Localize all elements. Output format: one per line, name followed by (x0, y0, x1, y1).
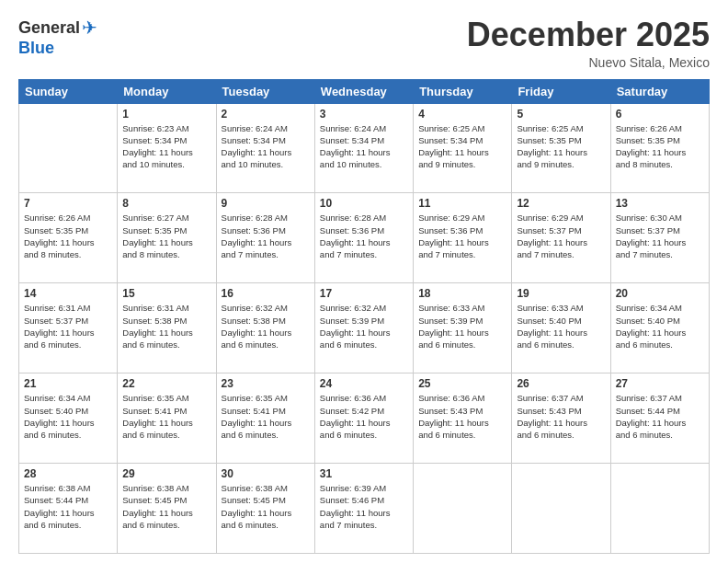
day-info: Sunrise: 6:28 AM Sunset: 5:36 PM Dayligh… (222, 212, 310, 260)
day-number: 27 (616, 377, 704, 390)
col-friday: Friday (512, 79, 610, 103)
day-info: Sunrise: 6:31 AM Sunset: 5:38 PM Dayligh… (122, 302, 210, 350)
table-row: 19Sunrise: 6:33 AM Sunset: 5:40 PM Dayli… (512, 283, 610, 373)
day-info: Sunrise: 6:28 AM Sunset: 5:36 PM Dayligh… (320, 212, 408, 260)
table-row (414, 464, 512, 554)
logo-general: General (18, 18, 80, 38)
day-number: 21 (24, 377, 112, 390)
day-info: Sunrise: 6:34 AM Sunset: 5:40 PM Dayligh… (616, 302, 704, 350)
col-monday: Monday (118, 79, 216, 103)
table-row: 7Sunrise: 6:26 AM Sunset: 5:35 PM Daylig… (19, 193, 118, 283)
day-info: Sunrise: 6:32 AM Sunset: 5:38 PM Dayligh… (222, 302, 310, 350)
day-number: 10 (320, 197, 408, 210)
table-row: 20Sunrise: 6:34 AM Sunset: 5:40 PM Dayli… (610, 283, 709, 373)
table-row: 5Sunrise: 6:25 AM Sunset: 5:35 PM Daylig… (512, 103, 610, 193)
day-info: Sunrise: 6:34 AM Sunset: 5:40 PM Dayligh… (24, 392, 112, 441)
header: General ✈ Blue December 2025 Nuevo Sital… (18, 17, 710, 70)
day-info: Sunrise: 6:25 AM Sunset: 5:35 PM Dayligh… (517, 122, 605, 171)
day-info: Sunrise: 6:35 AM Sunset: 5:41 PM Dayligh… (122, 392, 210, 441)
table-row: 18Sunrise: 6:33 AM Sunset: 5:39 PM Dayli… (414, 283, 512, 373)
table-row: 22Sunrise: 6:35 AM Sunset: 5:41 PM Dayli… (118, 373, 216, 464)
calendar-week-row: 1Sunrise: 6:23 AM Sunset: 5:34 PM Daylig… (19, 103, 710, 193)
table-row: 12Sunrise: 6:29 AM Sunset: 5:37 PM Dayli… (512, 193, 610, 283)
day-number: 31 (320, 467, 408, 480)
day-number: 13 (616, 197, 704, 210)
day-info: Sunrise: 6:38 AM Sunset: 5:45 PM Dayligh… (222, 482, 310, 531)
table-row: 10Sunrise: 6:28 AM Sunset: 5:36 PM Dayli… (314, 193, 413, 283)
day-info: Sunrise: 6:29 AM Sunset: 5:36 PM Dayligh… (418, 212, 506, 260)
day-info: Sunrise: 6:32 AM Sunset: 5:39 PM Dayligh… (320, 302, 408, 350)
table-row (512, 464, 610, 554)
page: General ✈ Blue December 2025 Nuevo Sital… (0, 0, 728, 563)
day-number: 12 (517, 197, 605, 210)
calendar-table: Sunday Monday Tuesday Wednesday Thursday… (18, 79, 710, 554)
logo-bird-icon: ✈ (82, 17, 97, 39)
day-info: Sunrise: 6:24 AM Sunset: 5:34 PM Dayligh… (320, 122, 408, 171)
table-row: 27Sunrise: 6:37 AM Sunset: 5:44 PM Dayli… (610, 373, 709, 464)
day-number: 22 (122, 377, 210, 390)
day-number: 14 (24, 287, 112, 300)
calendar-week-row: 14Sunrise: 6:31 AM Sunset: 5:37 PM Dayli… (19, 283, 710, 373)
table-row (19, 103, 118, 193)
day-number: 28 (24, 467, 112, 480)
day-number: 23 (222, 377, 310, 390)
table-row: 21Sunrise: 6:34 AM Sunset: 5:40 PM Dayli… (19, 373, 118, 464)
day-number: 16 (222, 287, 310, 300)
table-row: 3Sunrise: 6:24 AM Sunset: 5:34 PM Daylig… (314, 103, 413, 193)
day-info: Sunrise: 6:26 AM Sunset: 5:35 PM Dayligh… (24, 212, 112, 260)
day-number: 3 (320, 108, 408, 121)
table-row: 14Sunrise: 6:31 AM Sunset: 5:37 PM Dayli… (19, 283, 118, 373)
title-block: December 2025 Nuevo Sitala, Mexico (467, 17, 710, 70)
table-row: 29Sunrise: 6:38 AM Sunset: 5:45 PM Dayli… (118, 464, 216, 554)
calendar-week-row: 21Sunrise: 6:34 AM Sunset: 5:40 PM Dayli… (19, 373, 710, 464)
day-number: 24 (320, 377, 408, 390)
day-info: Sunrise: 6:37 AM Sunset: 5:44 PM Dayligh… (616, 392, 704, 441)
table-row: 28Sunrise: 6:38 AM Sunset: 5:44 PM Dayli… (19, 464, 118, 554)
day-number: 9 (222, 197, 310, 210)
calendar-week-row: 7Sunrise: 6:26 AM Sunset: 5:35 PM Daylig… (19, 193, 710, 283)
table-row: 31Sunrise: 6:39 AM Sunset: 5:46 PM Dayli… (314, 464, 413, 554)
table-row: 24Sunrise: 6:36 AM Sunset: 5:42 PM Dayli… (314, 373, 413, 464)
logo: General ✈ Blue (18, 17, 97, 58)
table-row: 6Sunrise: 6:26 AM Sunset: 5:35 PM Daylig… (610, 103, 709, 193)
table-row: 23Sunrise: 6:35 AM Sunset: 5:41 PM Dayli… (216, 373, 314, 464)
table-row: 17Sunrise: 6:32 AM Sunset: 5:39 PM Dayli… (314, 283, 413, 373)
day-info: Sunrise: 6:31 AM Sunset: 5:37 PM Dayligh… (24, 302, 112, 350)
table-row: 1Sunrise: 6:23 AM Sunset: 5:34 PM Daylig… (118, 103, 216, 193)
table-row: 16Sunrise: 6:32 AM Sunset: 5:38 PM Dayli… (216, 283, 314, 373)
calendar-week-row: 28Sunrise: 6:38 AM Sunset: 5:44 PM Dayli… (19, 464, 710, 554)
table-row: 25Sunrise: 6:36 AM Sunset: 5:43 PM Dayli… (414, 373, 512, 464)
day-number: 8 (122, 197, 210, 210)
calendar-header-row: Sunday Monday Tuesday Wednesday Thursday… (19, 79, 710, 103)
day-info: Sunrise: 6:36 AM Sunset: 5:43 PM Dayligh… (418, 392, 506, 441)
day-number: 15 (122, 287, 210, 300)
day-number: 1 (122, 108, 210, 121)
day-info: Sunrise: 6:26 AM Sunset: 5:35 PM Dayligh… (616, 122, 704, 171)
day-number: 30 (222, 467, 310, 480)
day-number: 18 (418, 287, 506, 300)
logo-blue: Blue (18, 39, 54, 58)
day-number: 7 (24, 197, 112, 210)
day-number: 4 (418, 108, 506, 121)
day-info: Sunrise: 6:36 AM Sunset: 5:42 PM Dayligh… (320, 392, 408, 441)
day-number: 17 (320, 287, 408, 300)
table-row: 8Sunrise: 6:27 AM Sunset: 5:35 PM Daylig… (118, 193, 216, 283)
day-info: Sunrise: 6:39 AM Sunset: 5:46 PM Dayligh… (320, 482, 408, 531)
day-number: 29 (122, 467, 210, 480)
day-info: Sunrise: 6:27 AM Sunset: 5:35 PM Dayligh… (122, 212, 210, 260)
table-row: 11Sunrise: 6:29 AM Sunset: 5:36 PM Dayli… (414, 193, 512, 283)
location: Nuevo Sitala, Mexico (467, 55, 710, 70)
day-number: 2 (222, 108, 310, 121)
table-row (610, 464, 709, 554)
table-row: 30Sunrise: 6:38 AM Sunset: 5:45 PM Dayli… (216, 464, 314, 554)
day-info: Sunrise: 6:33 AM Sunset: 5:40 PM Dayligh… (517, 302, 605, 350)
day-info: Sunrise: 6:38 AM Sunset: 5:44 PM Dayligh… (24, 482, 112, 531)
day-info: Sunrise: 6:29 AM Sunset: 5:37 PM Dayligh… (517, 212, 605, 260)
table-row: 13Sunrise: 6:30 AM Sunset: 5:37 PM Dayli… (610, 193, 709, 283)
table-row: 9Sunrise: 6:28 AM Sunset: 5:36 PM Daylig… (216, 193, 314, 283)
col-wednesday: Wednesday (314, 79, 413, 103)
day-number: 11 (418, 197, 506, 210)
day-number: 26 (517, 377, 605, 390)
month-title: December 2025 (467, 17, 710, 53)
col-tuesday: Tuesday (216, 79, 314, 103)
